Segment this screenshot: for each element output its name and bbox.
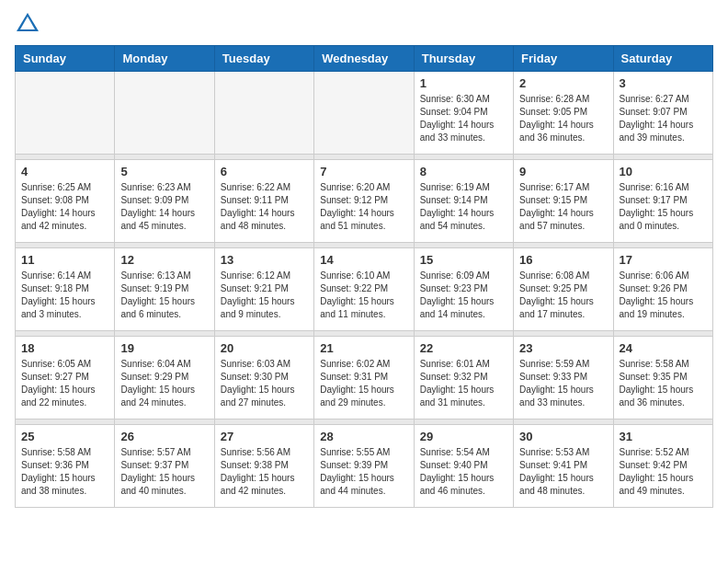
- day-info-13: Sunrise: 6:12 AMSunset: 9:21 PMDaylight:…: [221, 270, 308, 321]
- day-cell-26: 26Sunrise: 5:57 AMSunset: 9:37 PMDayligh…: [115, 425, 214, 508]
- day-number-25: 25: [21, 430, 108, 443]
- day-number-24: 24: [620, 341, 707, 355]
- day-info-5: Sunrise: 6:23 AMSunset: 9:09 PMDaylight:…: [120, 181, 208, 233]
- day-cell-11: 11Sunrise: 6:14 AMSunset: 9:18 PMDayligh…: [16, 248, 115, 331]
- day-info-23: Sunrise: 5:59 AMSunset: 9:33 PMDaylight:…: [519, 358, 607, 409]
- week-row-2: 4Sunrise: 6:25 AMSunset: 9:08 PMDaylight…: [16, 160, 713, 243]
- day-number-2: 2: [519, 76, 607, 90]
- day-number-9: 9: [519, 165, 607, 178]
- day-number-6: 6: [221, 165, 308, 178]
- day-number-3: 3: [620, 76, 707, 90]
- day-info-7: Sunrise: 6:20 AMSunset: 9:12 PMDaylight:…: [320, 181, 407, 233]
- day-number-21: 21: [320, 341, 407, 355]
- day-number-7: 7: [320, 165, 407, 178]
- day-info-8: Sunrise: 6:19 AMSunset: 9:14 PMDaylight:…: [420, 181, 507, 233]
- day-number-23: 23: [519, 341, 607, 355]
- day-info-11: Sunrise: 6:14 AMSunset: 9:18 PMDaylight:…: [21, 270, 108, 321]
- day-cell-31: 31Sunrise: 5:52 AMSunset: 9:42 PMDayligh…: [613, 425, 712, 508]
- day-cell-6: 6Sunrise: 6:22 AMSunset: 9:11 PMDaylight…: [214, 160, 313, 243]
- header-friday: Friday: [514, 46, 613, 72]
- day-cell-7: 7Sunrise: 6:20 AMSunset: 9:12 PMDaylight…: [314, 160, 414, 243]
- day-cell-16: 16Sunrise: 6:08 AMSunset: 9:25 PMDayligh…: [514, 248, 613, 331]
- day-number-1: 1: [420, 76, 507, 90]
- weekday-header-row: Sunday Monday Tuesday Wednesday Thursday…: [16, 46, 713, 72]
- day-info-16: Sunrise: 6:08 AMSunset: 9:25 PMDaylight:…: [519, 270, 607, 321]
- day-number-26: 26: [120, 430, 208, 443]
- day-info-15: Sunrise: 6:09 AMSunset: 9:23 PMDaylight:…: [420, 270, 507, 321]
- day-cell-29: 29Sunrise: 5:54 AMSunset: 9:40 PMDayligh…: [414, 425, 513, 508]
- day-cell-18: 18Sunrise: 6:05 AMSunset: 9:27 PMDayligh…: [16, 337, 115, 419]
- day-cell-3: 3Sunrise: 6:27 AMSunset: 9:07 PMDaylight…: [613, 72, 712, 155]
- day-cell-12: 12Sunrise: 6:13 AMSunset: 9:19 PMDayligh…: [115, 248, 214, 331]
- day-number-19: 19: [120, 341, 208, 355]
- day-number-8: 8: [420, 165, 507, 178]
- day-number-15: 15: [420, 253, 507, 267]
- day-info-25: Sunrise: 5:58 AMSunset: 9:36 PMDaylight:…: [21, 446, 108, 498]
- day-info-4: Sunrise: 6:25 AMSunset: 9:08 PMDaylight:…: [21, 181, 108, 233]
- day-cell-5: 5Sunrise: 6:23 AMSunset: 9:09 PMDaylight…: [115, 160, 214, 243]
- day-info-2: Sunrise: 6:28 AMSunset: 9:05 PMDaylight:…: [519, 93, 607, 144]
- day-number-31: 31: [620, 430, 707, 443]
- header-thursday: Thursday: [414, 46, 513, 72]
- day-info-30: Sunrise: 5:53 AMSunset: 9:41 PMDaylight:…: [519, 446, 607, 498]
- day-number-18: 18: [21, 341, 108, 355]
- day-cell-empty: [214, 72, 313, 155]
- week-row-5: 25Sunrise: 5:58 AMSunset: 9:36 PMDayligh…: [16, 425, 713, 508]
- day-number-11: 11: [21, 253, 108, 267]
- day-number-28: 28: [320, 430, 407, 443]
- day-cell-27: 27Sunrise: 5:56 AMSunset: 9:38 PMDayligh…: [214, 425, 313, 508]
- header-wednesday: Wednesday: [314, 46, 414, 72]
- day-cell-13: 13Sunrise: 6:12 AMSunset: 9:21 PMDayligh…: [214, 248, 313, 331]
- calendar-table: Sunday Monday Tuesday Wednesday Thursday…: [15, 45, 713, 508]
- day-cell-23: 23Sunrise: 5:59 AMSunset: 9:33 PMDayligh…: [514, 337, 613, 419]
- day-cell-empty: [314, 72, 414, 155]
- page-header: [15, 15, 713, 38]
- day-cell-28: 28Sunrise: 5:55 AMSunset: 9:39 PMDayligh…: [314, 425, 414, 508]
- day-cell-8: 8Sunrise: 6:19 AMSunset: 9:14 PMDaylight…: [414, 160, 513, 243]
- day-number-17: 17: [620, 253, 707, 267]
- day-info-31: Sunrise: 5:52 AMSunset: 9:42 PMDaylight:…: [620, 446, 707, 498]
- header-sunday: Sunday: [16, 46, 115, 72]
- week-row-1: 1Sunrise: 6:30 AMSunset: 9:04 PMDaylight…: [16, 72, 713, 155]
- day-info-26: Sunrise: 5:57 AMSunset: 9:37 PMDaylight:…: [120, 446, 208, 498]
- day-info-19: Sunrise: 6:04 AMSunset: 9:29 PMDaylight:…: [120, 358, 208, 409]
- day-cell-19: 19Sunrise: 6:04 AMSunset: 9:29 PMDayligh…: [115, 337, 214, 419]
- day-number-20: 20: [221, 341, 308, 355]
- day-info-29: Sunrise: 5:54 AMSunset: 9:40 PMDaylight:…: [420, 446, 507, 498]
- logo-icon: [17, 13, 39, 31]
- day-number-12: 12: [120, 253, 208, 267]
- day-cell-24: 24Sunrise: 5:58 AMSunset: 9:35 PMDayligh…: [613, 337, 712, 419]
- day-info-17: Sunrise: 6:06 AMSunset: 9:26 PMDaylight:…: [620, 270, 707, 321]
- day-cell-25: 25Sunrise: 5:58 AMSunset: 9:36 PMDayligh…: [16, 425, 115, 508]
- day-info-28: Sunrise: 5:55 AMSunset: 9:39 PMDaylight:…: [320, 446, 407, 498]
- day-info-14: Sunrise: 6:10 AMSunset: 9:22 PMDaylight:…: [320, 270, 407, 321]
- day-info-22: Sunrise: 6:01 AMSunset: 9:32 PMDaylight:…: [420, 358, 507, 409]
- day-cell-1: 1Sunrise: 6:30 AMSunset: 9:04 PMDaylight…: [414, 72, 513, 155]
- day-number-29: 29: [420, 430, 507, 443]
- day-info-1: Sunrise: 6:30 AMSunset: 9:04 PMDaylight:…: [420, 93, 507, 144]
- day-cell-15: 15Sunrise: 6:09 AMSunset: 9:23 PMDayligh…: [414, 248, 513, 331]
- header-monday: Monday: [115, 46, 214, 72]
- day-cell-30: 30Sunrise: 5:53 AMSunset: 9:41 PMDayligh…: [514, 425, 613, 508]
- day-cell-21: 21Sunrise: 6:02 AMSunset: 9:31 PMDayligh…: [314, 337, 414, 419]
- header-saturday: Saturday: [613, 46, 712, 72]
- day-number-5: 5: [120, 165, 208, 178]
- day-info-9: Sunrise: 6:17 AMSunset: 9:15 PMDaylight:…: [519, 181, 607, 233]
- day-number-10: 10: [620, 165, 707, 178]
- day-info-27: Sunrise: 5:56 AMSunset: 9:38 PMDaylight:…: [221, 446, 308, 498]
- day-cell-17: 17Sunrise: 6:06 AMSunset: 9:26 PMDayligh…: [613, 248, 712, 331]
- day-info-24: Sunrise: 5:58 AMSunset: 9:35 PMDaylight:…: [620, 358, 707, 409]
- day-number-16: 16: [519, 253, 607, 267]
- day-number-30: 30: [519, 430, 607, 443]
- day-cell-14: 14Sunrise: 6:10 AMSunset: 9:22 PMDayligh…: [314, 248, 414, 331]
- day-number-14: 14: [320, 253, 407, 267]
- day-number-4: 4: [21, 165, 108, 178]
- logo: [15, 15, 39, 38]
- week-row-4: 18Sunrise: 6:05 AMSunset: 9:27 PMDayligh…: [16, 337, 713, 419]
- day-info-18: Sunrise: 6:05 AMSunset: 9:27 PMDaylight:…: [21, 358, 108, 409]
- day-info-20: Sunrise: 6:03 AMSunset: 9:30 PMDaylight:…: [221, 358, 308, 409]
- day-cell-empty: [115, 72, 214, 155]
- day-cell-2: 2Sunrise: 6:28 AMSunset: 9:05 PMDaylight…: [514, 72, 613, 155]
- day-info-21: Sunrise: 6:02 AMSunset: 9:31 PMDaylight:…: [320, 358, 407, 409]
- logo-text: [15, 15, 39, 38]
